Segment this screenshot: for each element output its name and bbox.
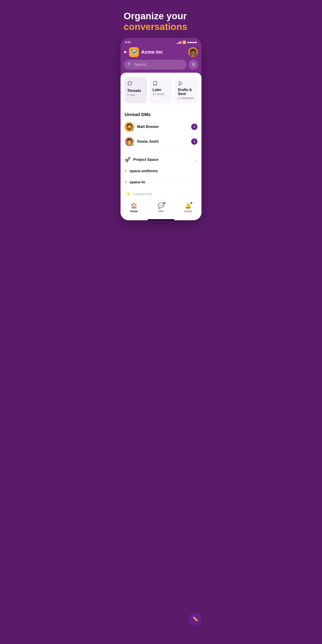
drafts-sub: 3 scheduled — [178, 96, 195, 100]
channel-item-hr[interactable]: # space-hr — [120, 177, 202, 188]
main-content: ! Threads 1 new Later 12 saved — [120, 73, 202, 220]
hash-icon-2: # — [124, 180, 127, 185]
dm-avatar-geeta: 👩 — [124, 137, 134, 146]
time-display: 9:41 — [125, 40, 131, 44]
hero-title: Organize your conversations — [124, 11, 198, 32]
svg-marker-3 — [179, 82, 182, 86]
dm-badge-geeta: 1 — [191, 138, 198, 145]
dm-list: Unread DMs 🧔 Matt Brewer 2 — [120, 108, 202, 152]
dm-name-geeta: Geeta Joshi — [137, 139, 191, 144]
status-bar: 9:41 📶 ▰▰▰▰ — [120, 38, 202, 46]
later-title: Later — [152, 88, 169, 92]
channel-name-hr: space-hr — [130, 180, 145, 184]
app-logo[interactable]: 🐼 — [129, 47, 139, 57]
channels-section: 🚀 Project Space ⌄ # space-uniforms # spa… — [120, 152, 202, 200]
quick-cards-row: ! Threads 1 new Later 12 saved — [120, 77, 202, 108]
home-indicator — [148, 219, 174, 220]
hero-line2: conversations — [124, 22, 198, 32]
dm-avatar-matt: 🧔 — [124, 122, 134, 132]
nav-dms-label: DMs — [158, 210, 164, 213]
nav-home[interactable]: 🏠 Home — [126, 202, 142, 213]
app-header: 🐼 Acme Inc 👩🏾 — [120, 46, 202, 60]
user-avatar[interactable]: 👩🏾 — [188, 47, 198, 57]
search-placeholder: Search... — [134, 62, 149, 67]
space-name: Project Space — [133, 158, 194, 162]
nav-activity[interactable]: 🔔 Activity — [180, 202, 196, 213]
space-header[interactable]: 🚀 Project Space ⌄ — [120, 154, 202, 166]
page-wrapper: Organize your conversations 9:41 📶 ▰▰▰▰ — [118, 0, 204, 225]
activity-notification-dot — [190, 202, 192, 204]
drafts-card[interactable]: Drafts & Sent 3 scheduled — [175, 77, 198, 103]
later-card[interactable]: Later 12 saved — [149, 77, 172, 103]
threads-icon: ! — [127, 81, 144, 87]
dm-badge-matt: 2 — [191, 124, 198, 130]
space-emoji: 🚀 — [124, 157, 130, 162]
channel-item-uniforms[interactable]: # space-uniforms — [120, 166, 202, 177]
nav-activity-label: Activity — [184, 210, 192, 213]
battery-icon: ▰▰▰▰ — [187, 40, 197, 44]
activity-icon: 🔔 — [185, 202, 192, 209]
dms-icon: 💬 — [158, 202, 164, 209]
search-bar[interactable]: 🔍 Search... — [124, 60, 187, 70]
threads-title: Threads — [127, 89, 144, 93]
threads-card[interactable]: ! Threads 1 new — [124, 77, 147, 103]
later-sub: 12 saved — [152, 92, 169, 96]
signal-icon — [177, 41, 181, 44]
workspace-name: Acme Inc — [141, 49, 163, 55]
search-icon: 🔍 — [127, 62, 132, 67]
leadership-item[interactable]: ✨ Leadership — [120, 188, 202, 200]
status-icons: 📶 ▰▰▰▰ — [177, 40, 197, 44]
search-row: 🔍 Search... ☰ — [120, 60, 202, 73]
bottom-nav: 🏠 Home 💬 DMs 🔔 Activity — [120, 200, 202, 217]
home-icon: 🏠 — [130, 202, 137, 209]
dm-item-geeta[interactable]: 👩 Geeta Joshi 1 — [120, 134, 202, 149]
notification-dot — [124, 51, 126, 53]
hash-icon: # — [124, 169, 127, 174]
geeta-online-dot — [131, 144, 134, 146]
drafts-icon — [178, 81, 195, 86]
dms-notification-dot — [164, 202, 165, 204]
dm-item-matt[interactable]: 🧔 Matt Brewer 2 — [120, 120, 202, 134]
later-icon — [152, 81, 169, 86]
hero-line1: Organize your — [124, 11, 187, 21]
nav-dms[interactable]: 💬 DMs — [153, 202, 169, 213]
user-online-dot — [195, 54, 198, 56]
filter-button[interactable]: ☰ — [188, 60, 198, 70]
hero-section: Organize your conversations — [118, 0, 204, 38]
leadership-emoji: ✨ — [124, 191, 130, 197]
leadership-name: Leadership — [133, 192, 152, 196]
filter-icon: ☰ — [192, 62, 195, 67]
nav-home-label: Home — [130, 210, 138, 213]
chevron-down-icon: ⌄ — [194, 158, 198, 162]
drafts-title: Drafts & Sent — [178, 88, 195, 96]
svg-text:!: ! — [131, 82, 131, 84]
channel-name-uniforms: space-uniforms — [130, 169, 158, 173]
matt-online-dot — [131, 129, 134, 132]
threads-sub: 1 new — [127, 93, 144, 96]
dm-name-matt: Matt Brewer — [137, 124, 191, 129]
wifi-icon: 📶 — [182, 40, 186, 44]
phone-mockup: 9:41 📶 ▰▰▰▰ 🐼 Acme Inc 👩🏾 — [120, 38, 202, 220]
unread-dms-header: Unread DMs — [120, 108, 202, 120]
